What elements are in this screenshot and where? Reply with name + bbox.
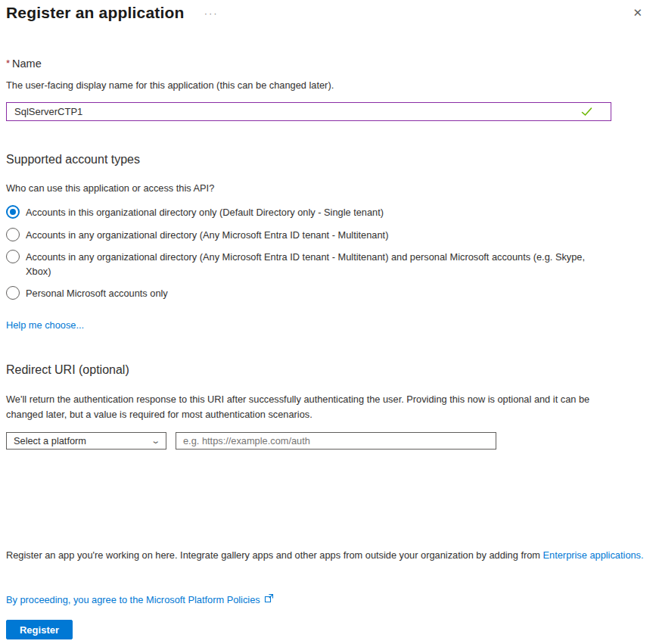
radio-unselected-icon[interactable] <box>6 250 20 263</box>
external-link-icon <box>264 593 274 605</box>
page-title: Register an application <box>6 4 185 22</box>
help-me-choose-link[interactable]: Help me choose... <box>6 319 84 331</box>
radio-option-label: Personal Microsoft accounts only <box>26 286 168 301</box>
close-icon[interactable]: ✕ <box>633 7 642 18</box>
redirect-uri-controls: Select a platform ⌄ <box>6 432 650 450</box>
chevron-down-icon: ⌄ <box>151 436 160 446</box>
radio-option-personal-only[interactable]: Personal Microsoft accounts only <box>6 286 650 301</box>
redirect-uri-heading: Redirect URI (optional) <box>6 363 650 377</box>
platform-select-value: Select a platform <box>14 435 86 446</box>
more-menu-icon[interactable]: ··· <box>204 8 219 18</box>
required-asterisk: * <box>6 58 10 69</box>
platform-policies-link[interactable]: By proceeding, you agree to the Microsof… <box>6 594 260 605</box>
register-application-blade: Register an application ··· ✕ *Name The … <box>0 0 656 644</box>
register-button[interactable]: Register <box>6 620 73 639</box>
note-period: . <box>641 549 644 561</box>
blade-header: Register an application ··· ✕ <box>6 0 650 22</box>
platform-select-dropdown[interactable]: Select a platform ⌄ <box>6 432 166 450</box>
radio-option-single-tenant[interactable]: Accounts in this organizational director… <box>6 205 650 220</box>
radio-option-multitenant-personal[interactable]: Accounts in any organizational directory… <box>6 250 650 278</box>
platform-policies-line: By proceeding, you agree to the Microsof… <box>6 593 274 605</box>
name-label-text: Name <box>12 58 42 70</box>
supported-account-types-heading: Supported account types <box>6 153 650 166</box>
redirect-uri-input[interactable] <box>176 432 496 450</box>
radio-unselected-icon[interactable] <box>6 228 20 241</box>
enterprise-applications-link[interactable]: Enterprise applications <box>543 549 641 561</box>
radio-option-label: Accounts in any organizational directory… <box>26 228 388 243</box>
enterprise-apps-note: Register an app you're working on here. … <box>6 549 651 561</box>
name-field-description: The user-facing display name for this ap… <box>6 79 650 91</box>
radio-unselected-icon[interactable] <box>6 286 20 300</box>
name-field-label: *Name <box>6 58 650 70</box>
account-types-question: Who can use this application or access t… <box>6 182 650 194</box>
name-input-wrapper <box>6 102 611 121</box>
radio-option-label: Accounts in this organizational director… <box>26 205 384 220</box>
app-name-input[interactable] <box>6 102 611 121</box>
radio-selected-icon[interactable] <box>6 205 20 219</box>
redirect-uri-description: We'll return the authentication response… <box>6 392 623 422</box>
radio-option-label: Accounts in any organizational directory… <box>26 250 598 278</box>
account-type-radio-group: Accounts in this organizational director… <box>6 205 650 301</box>
radio-option-multitenant[interactable]: Accounts in any organizational directory… <box>6 228 650 243</box>
note-text: Register an app you're working on here. … <box>6 549 543 561</box>
